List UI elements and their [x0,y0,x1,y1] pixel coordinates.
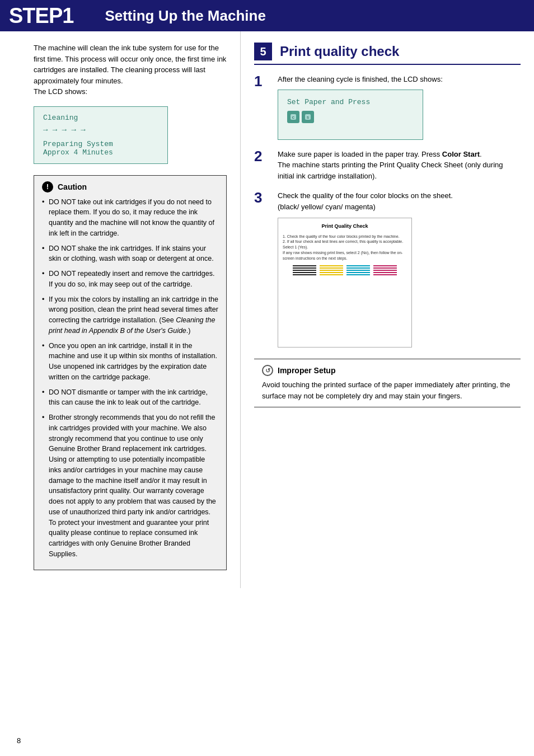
section5-header: 5 Print quality check [254,43,521,65]
intro-text: The machine will clean the ink tube syst… [34,43,227,97]
page-header: STEP1 Setting Up the Machine [0,0,534,31]
bar-line [373,267,397,269]
bar-line [373,270,397,271]
lcd-arrows: → → → → → [43,125,158,134]
bar-line [346,265,370,266]
improper-header: ↺ Improper Setup [262,365,513,376]
bar-cyan [346,265,370,275]
step-2: 2 Make sure paper is loaded in the paper… [254,149,521,182]
caution-item-1: DO NOT take out ink cartridges if you do… [42,197,218,239]
svg-text:c: c [292,115,295,120]
header-arrow-icon [80,0,96,31]
caution-item-2: DO NOT shake the ink cartridges. If ink … [42,243,218,265]
bar-black [293,265,316,275]
main-content: The machine will clean the ink tube syst… [0,31,534,588]
caution-header: ! Caution [42,181,218,192]
caution-item-7: Brother strongly recommends that you do … [42,412,218,560]
step-1-lcd-text: Set Paper and Press [287,97,414,108]
step-1-content: After the cleaning cycle is finished, th… [278,74,521,140]
bar-yellow [320,265,343,275]
bar-line [293,274,316,275]
caution-list: DO NOT take out ink cartridges if you do… [42,197,218,560]
header-title: Setting Up the Machine [105,7,265,25]
bar-line [373,265,397,266]
step-3-text: Check the quality of the four color bloc… [278,191,453,200]
improper-text: Avoid touching the printed surface of th… [262,379,513,401]
step-1-number: 1 [254,74,272,88]
bar-line [346,274,370,275]
page-number: 8 [17,736,21,745]
right-column: 5 Print quality check 1 After the cleani… [241,31,534,588]
pqc-title: Print Quality Check [283,223,407,231]
caution-item-5: Once you open an ink cartridge, install … [42,341,218,383]
bar-magenta [373,265,397,275]
step-2-content: Make sure paper is loaded in the paper t… [278,149,521,182]
step-1: 1 After the cleaning cycle is finished, … [254,74,521,140]
pqc-bars [283,265,407,275]
svg-text:s: s [307,115,310,120]
bar-line [293,265,316,266]
step-3-number: 3 [254,190,272,205]
lcd-line-approx: Approx 4 Minutes [43,148,158,157]
bar-line [293,272,316,273]
improper-icon: ↺ [262,365,273,376]
lcd-line-preparing: Preparing System [43,140,158,148]
bar-line [293,267,316,269]
caution-item-3: DO NOT repeatedly insert and remove the … [42,269,218,290]
section-number: 5 [254,43,272,60]
bar-line [320,272,343,273]
bar-line [346,272,370,273]
bar-line [320,270,343,271]
step-label: STEP1 [9,4,73,28]
bar-line [320,274,343,275]
step-1-lcd-icons: c s [287,111,414,123]
pqc-description: 1. Check the quality of the four color b… [283,234,407,261]
caution-box: ! Caution DO NOT take out ink cartridges… [34,175,227,570]
bar-line [373,274,397,275]
caution-icon: ! [42,181,53,192]
lcd-icon-left: c [287,111,299,123]
caution-item-6: DO NOT dismantle or tamper with the ink … [42,387,218,408]
bar-line [346,267,370,269]
lcd-display: Cleaning → → → → → Preparing System Appr… [34,106,168,164]
improper-setup-box: ↺ Improper Setup Avoid touching the prin… [254,359,521,407]
bar-line [320,267,343,269]
lcd-line-cleaning: Cleaning [43,114,158,122]
step-3-subtext: (black/ yellow/ cyan/ magenta) [278,203,376,211]
pqc-blank-area [283,275,407,342]
caution-item-4: If you mix the colors by installing an i… [42,294,218,336]
step-3-content: Check the quality of the four color bloc… [278,190,521,348]
improper-title: Improper Setup [278,366,335,375]
left-column: The machine will clean the ink tube syst… [0,31,241,588]
page-wrapper: The machine will clean the ink tube syst… [0,31,534,756]
step-2-number: 2 [254,149,272,163]
bar-line [346,270,370,271]
step-1-text: After the cleaning cycle is finished, th… [278,75,443,83]
step-3: 3 Check the quality of the four color bl… [254,190,521,348]
pqc-image: Print Quality Check 1. Check the quality… [278,218,412,348]
step-1-lcd: Set Paper and Press c s [278,90,423,140]
bar-line [373,272,397,273]
bar-line [293,270,316,271]
step-2-subtext: The machine starts printing the Print Qu… [278,161,503,180]
lcd-icon-right: s [302,111,314,123]
bar-line [320,265,343,266]
step-2-text: Make sure paper is loaded in the paper t… [278,150,482,158]
lcd-preparing: Preparing System Approx 4 Minutes [43,140,158,157]
section-title: Print quality check [280,44,399,59]
caution-title: Caution [58,182,87,191]
